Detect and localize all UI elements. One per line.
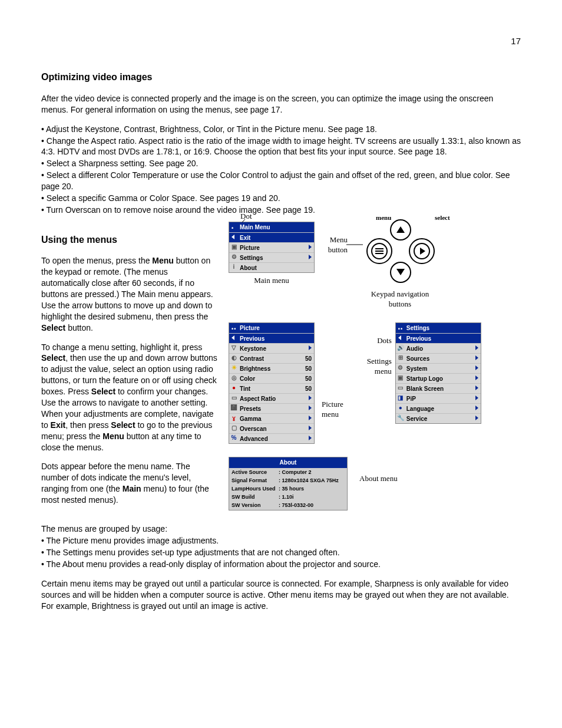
page-number: 17 (41, 35, 521, 47)
pic-previous[interactable]: Previous (229, 333, 314, 343)
pic-advanced[interactable]: %Advanced (229, 433, 314, 443)
kp-down[interactable] (390, 262, 411, 283)
set-blank[interactable]: ▭Blank Screen (396, 383, 481, 393)
para-change-setting: To change a menu setting, highlight it, … (41, 342, 218, 453)
keypad-diagram (350, 222, 450, 304)
pic-color[interactable]: ◎Color50 (229, 373, 314, 383)
picture-icon: ▣ (230, 243, 237, 251)
pic-keystone[interactable]: ▽Keystone (229, 343, 314, 353)
main-settings[interactable]: ⚙Settings (229, 252, 314, 262)
picture-menu-caption: Picture menu (322, 399, 343, 420)
kp-up[interactable] (390, 219, 411, 241)
osd-settings-menu: ••Settings Previous 🔊Audio ⊞Sources ⚙Sys… (395, 322, 481, 424)
main-picture[interactable]: ▣Picture (229, 242, 314, 252)
about-menu-caption: About menu (359, 473, 398, 484)
set-audio[interactable]: 🔊Audio (396, 343, 481, 353)
set-startup[interactable]: ▣Startup Logo (396, 373, 481, 383)
set-system[interactable]: ⚙System (396, 363, 481, 373)
final-paragraph: Certain menu items may be grayed out unt… (41, 578, 521, 612)
pic-tint[interactable]: ●Tint50 (229, 383, 314, 393)
main-about[interactable]: iAbout (229, 262, 314, 272)
kp-select[interactable] (409, 238, 435, 264)
pic-overscan[interactable]: ▢Overscan (229, 423, 314, 433)
set-language[interactable]: ●Language (396, 403, 481, 413)
osd-about-box: About Active Source: Computer 2 Signal F… (229, 457, 348, 510)
set-pip[interactable]: ◨PiP (396, 393, 481, 403)
pic-presets[interactable]: 🅿Presets (229, 403, 314, 413)
main-exit[interactable]: Exit (229, 232, 314, 242)
intro-paragraph: After the video device is connected prop… (41, 93, 521, 116)
kp-select-text: select (435, 213, 450, 222)
pic-contrast[interactable]: ◐Contrast50 (229, 353, 314, 363)
dots-label: Dots Settings menu (367, 335, 392, 377)
osd-main-menu: •Main Menu Exit ▣Picture ⚙Settings iAbou… (229, 222, 315, 274)
pic-aspect[interactable]: ▭Aspect Ratio (229, 393, 314, 403)
pic-gamma[interactable]: ɣGamma (229, 413, 314, 423)
pic-brightness[interactable]: ☀Brightness50 (229, 363, 314, 373)
main-menu-caption: Main menu (229, 275, 315, 286)
kp-menu[interactable] (366, 238, 392, 264)
osd-picture-menu: ••Picture Previous ▽Keystone ◐Contrast50… (229, 322, 315, 444)
grouped-intro: The menus are grouped by usage: (41, 523, 521, 535)
set-sources[interactable]: ⊞Sources (396, 353, 481, 363)
optimize-bullets: • Adjust the Keystone, Contrast, Brightn… (41, 124, 521, 216)
grouped-bullets: • The Picture menu provides image adjust… (41, 535, 521, 570)
info-icon: i (230, 263, 237, 271)
para-dots: Dots appear before the menu name. The nu… (41, 461, 218, 506)
heading-optimizing: Optimizing video images (41, 71, 521, 84)
set-service[interactable]: 🔧Service (396, 413, 481, 423)
kp-menu-text: menu (376, 213, 391, 222)
para-open-menus: To open the menus, press the Menu button… (41, 255, 218, 333)
menu-button-label: Menu button (320, 235, 348, 255)
settings-icon: ⚙ (230, 253, 237, 261)
heading-using-menus: Using the menus (41, 233, 218, 246)
set-previous[interactable]: Previous (396, 333, 481, 343)
